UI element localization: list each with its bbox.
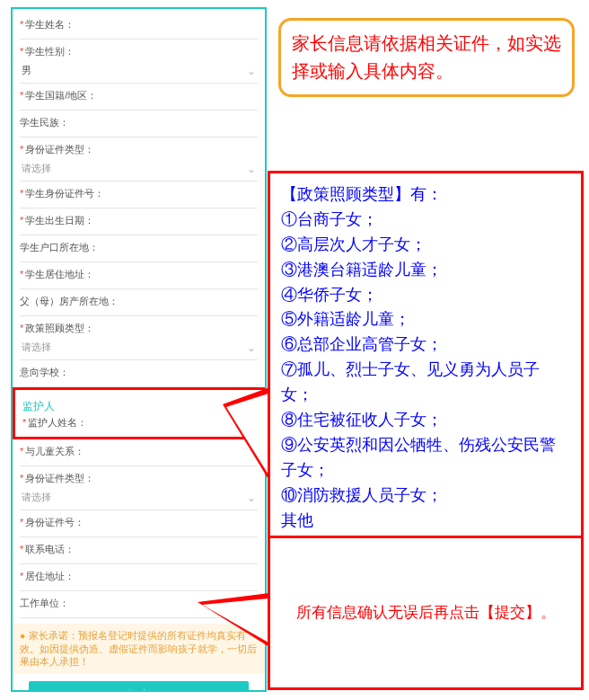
callout-arrow	[198, 593, 269, 647]
submit-confirm-text: 所有信息确认无误后再点击【提交】。	[296, 601, 556, 625]
field-student-gender[interactable]: *学生性别： 男⌄	[20, 40, 258, 84]
select-placeholder: 请选择	[22, 491, 51, 504]
label: 学生居住地址：	[25, 269, 94, 279]
mobile-form-frame: *学生姓名： *学生性别： 男⌄ *学生国籍/地区： 学生民族： *身份证件类型…	[11, 7, 267, 692]
guardian-header: 监护人	[22, 394, 255, 416]
label: 意向学校：	[20, 367, 69, 377]
policy-item: ⑨公安英烈和因公牺牲、伤残公安民警子女；	[281, 433, 570, 483]
label: 政策照顾类型：	[25, 323, 94, 333]
label: 工作单位：	[20, 598, 69, 608]
label: 身份证件类型：	[25, 473, 94, 483]
label: 学生民族：	[20, 117, 69, 128]
submit-button[interactable]: 提交	[29, 681, 249, 692]
policy-item: ①台商子女；	[281, 208, 570, 233]
chevron-down-icon: ⌄	[247, 341, 256, 354]
field-g-idno[interactable]: *身份证件号：	[20, 510, 258, 537]
callout-arrow	[223, 386, 272, 485]
form-body: *学生姓名： *学生性别： 男⌄ *学生国籍/地区： 学生民族： *身份证件类型…	[13, 9, 265, 692]
policy-item: ⑦孤儿、烈士子女、见义勇为人员子女；	[281, 358, 570, 408]
policy-item: ④华侨子女；	[281, 283, 570, 308]
field-school[interactable]: 意向学校：	[20, 360, 258, 387]
label: 学生性别：	[25, 46, 75, 57]
field-g-phone[interactable]: *联系电话：	[20, 537, 258, 564]
select-placeholder: 请选择	[22, 341, 51, 354]
policy-item: ⑤外籍适龄儿童；	[281, 307, 570, 332]
field-ethnic[interactable]: 学生民族：	[20, 111, 258, 137]
label: 学生身份证件号：	[25, 188, 104, 199]
policy-item: ③港澳台籍适龄儿童；	[281, 258, 570, 283]
callout-submit-confirm: 所有信息确认无误后再点击【提交】。	[268, 536, 584, 690]
label: 学生姓名：	[25, 19, 75, 30]
chevron-down-icon: ⌄	[247, 163, 256, 175]
field-idtype[interactable]: *身份证件类型： 请选择⌄	[20, 137, 258, 182]
field-hukou[interactable]: 学生户口所在地：	[20, 235, 258, 262]
field-nationality[interactable]: *学生国籍/地区：	[20, 84, 258, 111]
field-idno[interactable]: *学生身份证件号：	[20, 182, 258, 208]
policy-item: ⑩消防救援人员子女；	[281, 483, 570, 509]
label: 身份证件类型：	[25, 144, 94, 155]
policy-header: 【政策照顾类型】有：	[281, 182, 570, 208]
field-g-addr[interactable]: *居住地址：	[20, 564, 258, 591]
policy-item: 其他	[281, 509, 570, 534]
policy-item: ⑥总部企业高管子女；	[281, 332, 570, 358]
callout-guardian-info: 家长信息请依据相关证件，如实选择或输入具体内容。	[278, 18, 575, 97]
select-placeholder: 请选择	[22, 162, 51, 175]
label: 身份证件号：	[25, 517, 84, 527]
field-property[interactable]: 父（母）房产所在地：	[20, 289, 258, 316]
field-policy-type[interactable]: *政策照顾类型： 请选择⌄	[20, 316, 258, 360]
chevron-down-icon: ⌄	[247, 492, 256, 504]
warning-icon: ●	[20, 630, 25, 641]
policy-item: ⑧住宅被征收人子女；	[281, 408, 570, 433]
callout-policy-types: 【政策照顾类型】有： ①台商子女； ②高层次人才子女； ③港澳台籍适龄儿童； ④…	[268, 171, 584, 545]
label[interactable]: 监护人姓名：	[28, 417, 87, 428]
field-birth[interactable]: *学生出生日期：	[20, 208, 258, 235]
policy-item: ②高层次人才子女；	[281, 233, 570, 258]
label: 联系电话：	[25, 544, 75, 554]
label: 父（母）房产所在地：	[20, 296, 119, 306]
label: 学生国籍/地区：	[25, 90, 97, 101]
field-student-name[interactable]: *学生姓名：	[20, 13, 258, 40]
chevron-down-icon: ⌄	[247, 65, 256, 77]
gender-value: 男	[22, 64, 31, 77]
field-address[interactable]: *学生居住地址：	[20, 262, 258, 289]
label: 学生出生日期：	[25, 215, 94, 226]
label: 学生户口所在地：	[20, 242, 99, 253]
label: 与儿童关系：	[25, 446, 84, 456]
label: 居住地址：	[25, 571, 75, 581]
